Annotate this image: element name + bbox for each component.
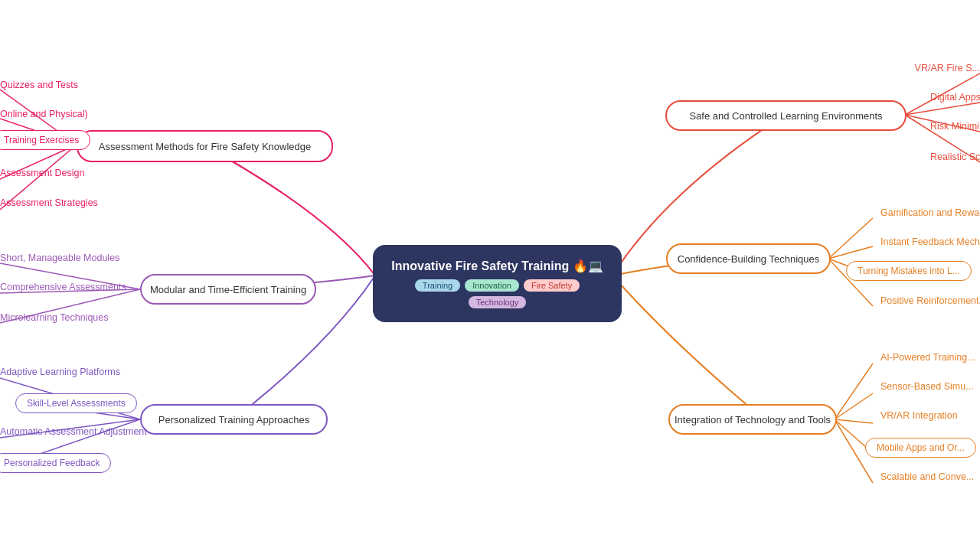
integration-branch[interactable]: Integration of Technology and Tools bbox=[668, 404, 837, 435]
assessment-branch[interactable]: Assessment Methods for Fire Safety Knowl… bbox=[77, 130, 333, 162]
leaf-comprehensive: Comprehensive Assessments bbox=[0, 279, 134, 295]
leaf-risk-mini: Risk Minimi... bbox=[923, 118, 980, 135]
tag-innovation: Innovation bbox=[465, 279, 519, 292]
svg-line-20 bbox=[835, 364, 873, 419]
leaf-assessment-strategies: Assessment Strategies bbox=[0, 194, 106, 211]
personalized-label: Personalized Training Approaches bbox=[158, 414, 309, 425]
confidence-branch[interactable]: Confidence-Building Techniques bbox=[666, 243, 831, 274]
personalized-branch[interactable]: Personalized Training Approaches bbox=[140, 404, 328, 435]
leaf-microlearning: Microlearning Techniques bbox=[0, 309, 116, 326]
leaf-training-exercises: Training Exercises bbox=[0, 130, 90, 150]
integration-label: Integration of Technology and Tools bbox=[675, 414, 831, 425]
leaf-digital-apps: Digital Apps... bbox=[923, 89, 980, 106]
svg-line-21 bbox=[835, 393, 873, 419]
leaf-skill-level: Skill-Level Assessments bbox=[15, 393, 137, 413]
leaf-mobile-apps: Mobile Apps and Or... bbox=[865, 438, 976, 458]
modular-branch[interactable]: Modular and Time-Efficient Training bbox=[140, 274, 316, 305]
safe-branch[interactable]: Safe and Controlled Learning Environment… bbox=[665, 100, 906, 131]
leaf-personalized-feedback: Personalized Feedback bbox=[0, 453, 111, 473]
svg-line-22 bbox=[835, 419, 873, 423]
assessment-label: Assessment Methods for Fire Safety Knowl… bbox=[99, 141, 311, 152]
leaf-realistic-sc: Realistic Sc... bbox=[923, 148, 980, 165]
leaf-sensor-based: Sensor-Based Simu... bbox=[873, 378, 980, 395]
safe-label: Safe and Controlled Learning Environment… bbox=[689, 110, 882, 122]
confidence-label: Confidence-Building Techniques bbox=[678, 253, 820, 265]
modular-label: Modular and Time-Efficient Training bbox=[150, 284, 306, 295]
leaf-turning-mistakes: Turning Mistakes into L... bbox=[846, 261, 972, 281]
leaf-scalable: Scalable and Conve... bbox=[873, 468, 980, 485]
central-tags: Training Innovation Fire Safety Technolo… bbox=[394, 279, 600, 308]
tag-tech: Technology bbox=[469, 296, 527, 308]
leaf-positive-reinforcement: Positive Reinforcement... bbox=[873, 292, 980, 309]
leaf-auto-adjust: Automatic Assessment Adjustment bbox=[0, 423, 155, 440]
leaf-short-modules: Short, Manageable Modules bbox=[0, 249, 127, 266]
leaf-instant-feedback: Instant Feedback Mech... bbox=[873, 233, 980, 250]
svg-line-17 bbox=[828, 246, 873, 259]
leaf-assessment-design: Assessment Design bbox=[0, 165, 92, 181]
leaf-quizzes: Quizzes and Tests bbox=[0, 77, 86, 93]
leaf-ai-powered: AI-Powered Training... bbox=[873, 349, 980, 366]
leaf-adaptive: Adaptive Learning Platforms bbox=[0, 364, 128, 380]
central-node: Innovative Fire Safety Training 🔥💻 Train… bbox=[373, 245, 622, 322]
tag-fire: Fire Safety bbox=[524, 279, 580, 292]
tag-training: Training bbox=[415, 279, 460, 292]
leaf-online: Online and Physical) bbox=[0, 106, 96, 122]
svg-line-16 bbox=[828, 218, 873, 259]
central-title: Innovative Fire Safety Training 🔥💻 bbox=[391, 259, 603, 273]
leaf-gamification: Gamification and Rewa... bbox=[873, 204, 980, 221]
leaf-vrar: VR/AR Fire S... bbox=[907, 60, 980, 77]
leaf-vrar-integration: VR/AR Integration bbox=[873, 407, 965, 424]
